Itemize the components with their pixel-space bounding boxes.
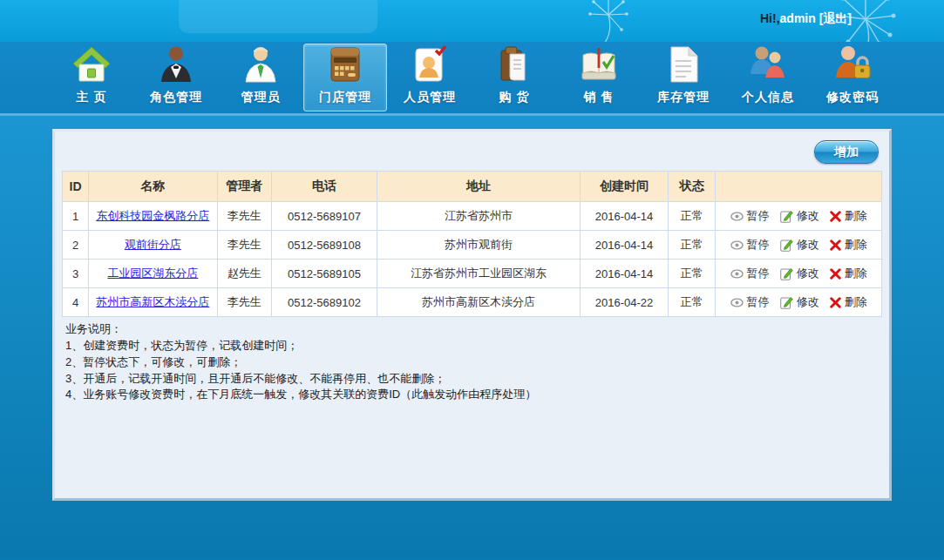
cell-created: 2016-04-14 [580, 202, 668, 231]
store-management-icon [324, 44, 366, 85]
pause-button-label: 暂停 [747, 237, 770, 253]
store-name-link[interactable]: 工业园区湖东分店 [107, 267, 198, 280]
content-background: 增加 ID名称管理者电话地址创建时间状态 1东创科技园金枫路分店李先生0512-… [0, 116, 944, 557]
nav-item-label: 人员管理 [404, 90, 456, 105]
inventory-management-icon [662, 44, 704, 85]
notes-line: 1、创建资费时，状态为暂停，记载创建时间； [65, 338, 879, 354]
nav-item-label: 修改密码 [826, 90, 879, 105]
cell-status: 正常 [669, 260, 716, 288]
edit-icon [780, 210, 793, 223]
nav-item-sales[interactable]: 销 售 [557, 44, 641, 111]
delete-button-label: 删除 [845, 266, 867, 281]
edit-button[interactable]: 修改 [780, 294, 819, 310]
column-header: 状态 [669, 172, 716, 202]
edit-button[interactable]: 修改 [780, 266, 819, 281]
delete-button-label: 删除 [845, 208, 867, 224]
pause-button[interactable]: 暂停 [730, 237, 770, 253]
store-name-link[interactable]: 苏州市高新区木渎分店 [96, 295, 209, 308]
cell-id: 4 [63, 288, 89, 317]
column-header: 管理者 [217, 172, 271, 202]
cell-phone: 0512-5689107 [271, 202, 377, 231]
nav-item-inventory-management[interactable]: 库存管理 [642, 44, 725, 111]
delete-button[interactable]: 删除 [830, 294, 867, 310]
pause-button-label: 暂停 [747, 294, 770, 310]
eye-icon [730, 240, 744, 250]
column-header [716, 172, 882, 202]
add-button[interactable]: 增加 [814, 140, 879, 164]
cell-address: 江苏省苏州市 [377, 202, 581, 231]
table-row: 3工业园区湖东分店赵先生0512-5689105江苏省苏州市工业园区湖东2016… [63, 260, 882, 288]
nav-item-personnel-management[interactable]: 人员管理 [388, 44, 472, 111]
edit-button-label: 修改 [797, 208, 819, 224]
column-header: ID [63, 172, 89, 202]
edit-button[interactable]: 修改 [780, 237, 819, 253]
topbar: Hi!,admin [退出] [0, 0, 944, 42]
pause-button[interactable]: 暂停 [730, 208, 770, 224]
cell-created: 2016-04-14 [580, 260, 668, 288]
column-header: 创建时间 [580, 172, 668, 202]
notes-line: 4、业务账号修改资费时，在下月底统一触发，修改其关联的资费ID（此触发动作由程序… [65, 387, 879, 403]
nav-item-store-management[interactable]: 门店管理 [303, 44, 387, 111]
delete-button-label: 删除 [845, 294, 867, 310]
cell-manager: 赵先生 [217, 260, 271, 288]
cell-created: 2016-04-22 [580, 288, 668, 317]
notes-line: 2、暂停状态下，可修改，可删除； [65, 354, 879, 371]
content-panel: 增加 ID名称管理者电话地址创建时间状态 1东创科技园金枫路分店李先生0512-… [52, 129, 892, 501]
delete-x-icon [830, 297, 841, 308]
nav-item-change-password[interactable]: 修改密码 [811, 44, 894, 111]
personal-info-icon [747, 44, 789, 85]
cell-actions: 暂停修改删除 [716, 288, 882, 317]
cell-manager: 李先生 [217, 202, 271, 231]
table-row: 4苏州市高新区木渎分店李先生0512-5689102苏州市高新区木渎分店2016… [63, 288, 882, 317]
nav-item-label: 销 售 [584, 90, 615, 105]
delete-button[interactable]: 删除 [830, 266, 867, 281]
cell-address: 苏州市观前街 [377, 231, 581, 260]
pause-button[interactable]: 暂停 [730, 294, 770, 310]
change-password-icon [832, 44, 873, 85]
notes-line: 3、开通后，记载开通时间，且开通后不能修改、不能再停用、也不能删除； [65, 371, 879, 388]
logout-link[interactable]: [退出] [819, 11, 852, 25]
cell-name: 工业园区湖东分店 [89, 260, 217, 288]
eye-icon [730, 212, 744, 221]
nav-item-label: 个人信息 [742, 90, 794, 105]
page: Hi!,admin [退出] 主 页 角色管理 管理员 门店管理 人员管理 购 … [0, 0, 944, 560]
edit-button[interactable]: 修改 [780, 208, 819, 224]
delete-button[interactable]: 删除 [830, 208, 867, 224]
delete-x-icon [830, 268, 841, 280]
store-name-link[interactable]: 观前街分店 [125, 238, 181, 251]
delete-x-icon [830, 211, 841, 222]
column-header: 名称 [89, 172, 217, 202]
username: admin [780, 11, 816, 25]
dandelion-icon [578, 0, 639, 42]
nav-item-home[interactable]: 主 页 [50, 44, 133, 111]
column-header: 电话 [271, 172, 377, 202]
personnel-management-icon [409, 44, 451, 85]
nav-item-personal-info[interactable]: 个人信息 [726, 44, 810, 111]
edit-icon [780, 239, 793, 252]
edit-button-label: 修改 [797, 294, 819, 310]
cell-created: 2016-04-14 [580, 231, 668, 260]
cell-name: 东创科技园金枫路分店 [89, 202, 217, 231]
nav-item-label: 主 页 [77, 90, 107, 105]
nav-item-label: 角色管理 [150, 90, 202, 105]
column-header: 地址 [377, 172, 581, 202]
nav-item-label: 管理员 [241, 90, 281, 105]
user-greeting: Hi!,admin [退出] [760, 11, 852, 27]
nav-item-purchase[interactable]: 购 货 [472, 44, 556, 111]
greeting-prefix: Hi!, [760, 11, 780, 25]
store-name-link[interactable]: 东创科技园金枫路分店 [96, 209, 209, 222]
nav-item-role-management[interactable]: 角色管理 [134, 44, 218, 111]
cell-id: 1 [63, 202, 89, 231]
cell-manager: 李先生 [217, 231, 271, 260]
delete-button[interactable]: 删除 [830, 237, 867, 253]
nav-item-label: 库存管理 [657, 90, 710, 105]
table-header-row: ID名称管理者电话地址创建时间状态 [63, 172, 882, 202]
business-notes: 业务说明： 1、创建资费时，状态为暂停，记载创建时间；2、暂停状态下，可修改，可… [65, 321, 879, 403]
pause-button[interactable]: 暂停 [730, 266, 770, 281]
cell-phone: 0512-5689102 [271, 288, 377, 317]
edit-icon [780, 267, 793, 280]
nav-item-administrator[interactable]: 管理员 [219, 44, 302, 111]
main-nav: 主 页 角色管理 管理员 门店管理 人员管理 购 货 销 售 库存管理 个人信息… [0, 42, 944, 116]
cell-status: 正常 [669, 202, 716, 231]
edit-icon [780, 296, 793, 309]
